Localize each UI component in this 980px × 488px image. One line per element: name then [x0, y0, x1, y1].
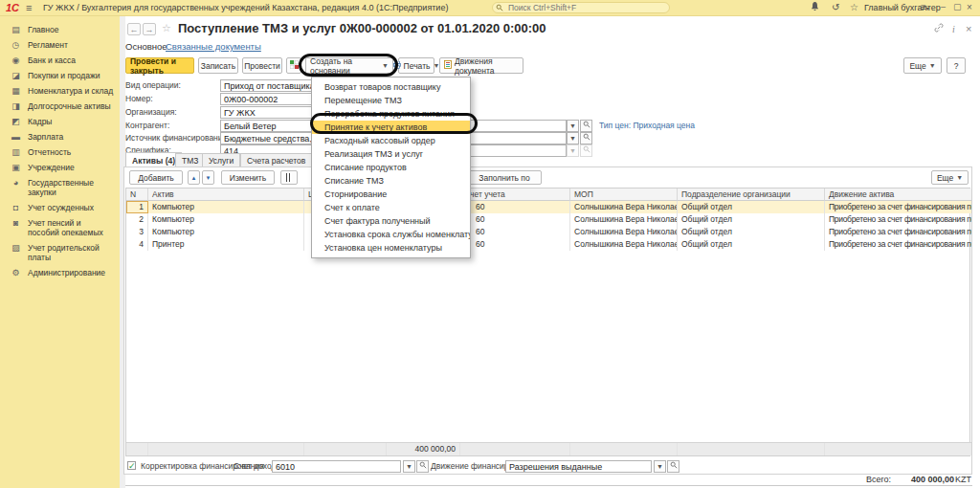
post-and-close-button[interactable]: Провести и закрыть — [125, 57, 194, 74]
main-menu-icon[interactable]: ≡ — [26, 2, 32, 13]
specifics-dropdown-button[interactable]: ▼ — [567, 144, 579, 157]
funding-dropdown-button[interactable]: ▼ — [567, 132, 579, 144]
admin-gear-icon: ⚙ — [11, 268, 21, 277]
sidebar-item-uchet-pensiy[interactable]: ◙Учет пенсий и пособий опекаемых — [0, 215, 120, 240]
menu-item-stornirovanie[interactable]: Сторнирование — [312, 188, 470, 201]
funding-movement-lookup-icon[interactable] — [667, 460, 679, 473]
income-account-dropdown-button[interactable]: ▼ — [403, 460, 415, 473]
sidebar-item-otchetnost[interactable]: ▥Отчетность — [0, 144, 120, 160]
cell-department: Общий отдел — [678, 238, 825, 251]
get-link-icon[interactable] — [934, 23, 944, 34]
window-close-button[interactable]: × — [967, 2, 972, 12]
info-icon[interactable]: i — [952, 24, 955, 34]
menu-item-peremeschenie-tmz[interactable]: Перемещение ТМЗ — [312, 94, 470, 107]
income-account-lookup-icon[interactable] — [416, 460, 429, 473]
help-button[interactable]: ? — [947, 57, 966, 74]
sidebar-item-pokupki[interactable]: ◪Покупки и продажи — [0, 68, 120, 83]
write-button[interactable]: Записать — [198, 57, 238, 74]
menu-item-ustanovka-sroka-sluzhby[interactable]: Установка срока службы номенклатуры — [312, 228, 470, 241]
menu-item-realizaciya-tmz[interactable]: Реализация ТМЗ и услуг — [312, 147, 470, 161]
cart-icon: ◪ — [11, 71, 21, 80]
menu-item-prinyatie-k-uchetu-aktivov[interactable]: Принятие к учету активов — [312, 121, 470, 134]
document-movements-button[interactable]: Движения документа — [439, 57, 523, 74]
print-button[interactable]: Печать▼ — [398, 57, 434, 74]
notifications-bell-icon[interactable] — [811, 2, 819, 13]
sidebar-item-reglament[interactable]: ◷Регламент — [0, 37, 120, 53]
funding-lookup-icon[interactable] — [580, 132, 592, 144]
funding-correction-checkbox[interactable]: ✓ — [127, 461, 136, 470]
sidebar-item-kadry[interactable]: ◩Кадры — [0, 114, 120, 129]
col-header-movement[interactable]: Движение актива — [825, 189, 971, 201]
menu-item-pererabotka-produktov[interactable]: Переработка продуктов питания — [312, 107, 470, 121]
tab-aktivy[interactable]: Активы (4) — [125, 152, 182, 167]
create-based-on-button[interactable]: Создать на основании▼ — [305, 57, 393, 74]
sidebar-item-uchet-osuzhdennyh[interactable]: ◘Учет осужденных — [0, 200, 120, 215]
sidebar-item-glavnoe[interactable]: ▤Главное — [0, 22, 120, 37]
menu-item-schet-k-oplate[interactable]: Счет к оплате — [312, 201, 470, 214]
window-maximize-button[interactable]: ▢ — [953, 2, 962, 11]
row-up-button[interactable]: ▲ — [188, 170, 200, 185]
number-label: Номер: — [125, 94, 153, 103]
sidebar-item-roditelskaya-plata[interactable]: ▨Учет родительской платы — [0, 240, 120, 265]
grid-add-button[interactable]: Добавить — [129, 170, 183, 185]
window-minimize-button[interactable]: – — [941, 2, 946, 11]
window-bottom-divider — [125, 485, 972, 486]
counterparty-dropdown-button[interactable]: ▼ — [567, 120, 579, 132]
grid-fill-button[interactable]: Заполнить по — [467, 170, 542, 185]
sidebar-item-uchrezhdenie[interactable]: ▣Учреждение — [0, 160, 120, 175]
assets-icon: ◨ — [11, 101, 21, 111]
nav-forward-button[interactable]: → — [143, 23, 156, 35]
service-menu-icon[interactable]: ≡▾ — [921, 2, 929, 12]
tab-scheta-raschetov[interactable]: Счета расчетов — [240, 153, 312, 167]
price-type-link[interactable]: Тип цен: Приходная цена — [599, 121, 695, 130]
col-header-n[interactable]: N — [126, 189, 148, 201]
row-down-button[interactable]: ▼ — [202, 170, 214, 185]
col-header-account[interactable]: Счет учета — [460, 189, 570, 201]
nav-back-button[interactable]: ← — [127, 23, 141, 35]
counterparty-lookup-icon[interactable] — [580, 120, 592, 132]
tab-uslugi[interactable]: Услуги — [202, 153, 240, 167]
col-header-department[interactable]: Подразделение организации — [678, 189, 825, 201]
funding-movement-dropdown-button[interactable]: ▼ — [654, 460, 666, 473]
barcode-scan-button[interactable] — [280, 170, 298, 185]
document-movements-label: Движения документа — [455, 56, 519, 76]
global-search-input[interactable] — [492, 2, 670, 13]
favorite-star-icon[interactable]: ☆ — [162, 22, 171, 34]
menu-item-schet-faktura-poluchenny[interactable]: Счет фактура полученный — [312, 214, 470, 228]
document-close-icon[interactable]: × — [966, 23, 971, 34]
menu-item-rashodny-kassovy-order[interactable]: Расходный кассовый ордер — [312, 134, 470, 147]
table-row[interactable]: 4 Принтер 60 Солнышкина Вера Николаевна … — [126, 238, 971, 251]
sidebar-item-goszakupki[interactable]: ◕Государственные закупки — [0, 175, 120, 200]
table-row[interactable]: 3 Компьютер 60 Солнышкина Вера Николаевн… — [126, 226, 971, 238]
table-totals-row: 400 000,00 — [126, 442, 971, 455]
dtkt-posting-icon-button[interactable] — [286, 57, 301, 74]
create-based-on-label: Создать на основании — [310, 56, 379, 76]
table-row[interactable]: 1 Компьютер 60 Солнышкина Вера Николаевн… — [126, 201, 971, 213]
history-icon[interactable]: ↺ — [832, 2, 839, 12]
table-row[interactable]: 2 Компьютер 60 Солнышкина Вера Николаевн… — [126, 213, 971, 226]
specifics-lookup-icon[interactable] — [580, 144, 592, 157]
income-account-field[interactable]: 6010 — [272, 460, 401, 473]
sidebar-item-administrirovanie[interactable]: ⚙Администрирование — [0, 265, 120, 280]
post-button[interactable]: Провести — [242, 57, 282, 74]
col-header-mol[interactable]: МОП — [570, 189, 678, 201]
menu-item-spisanie-tmz[interactable]: Списание ТМЗ — [312, 174, 470, 188]
menu-item-spisanie-produktov[interactable]: Списание продуктов — [312, 161, 470, 174]
link-svyazannye-dokumenty[interactable]: Связанные документы — [166, 41, 261, 52]
sidebar-item-zarplata[interactable]: ▬Зарплата — [0, 129, 120, 144]
funding-movement-field[interactable]: Разрешения выданные — [505, 460, 652, 473]
tab-tmz[interactable]: ТМЗ — [175, 153, 205, 167]
counterparty-label: Контрагент: — [125, 121, 169, 130]
favorites-star-icon[interactable]: ☆ — [850, 2, 858, 12]
sidebar-item-label: Регламент — [28, 40, 68, 50]
tab-osnovnoe[interactable]: Основное — [125, 41, 167, 52]
menu-item-vozvrat-tovarov[interactable]: Возврат товаров поставщику — [312, 80, 470, 94]
grid-more-button[interactable]: Еще▼ — [931, 170, 969, 185]
grid-edit-button[interactable]: Изменить — [221, 170, 275, 185]
sidebar-item-nomenklatura[interactable]: ▦Номенклатура и склад — [0, 83, 120, 99]
sidebar-item-bank-kassa[interactable]: ◉Банк и касса — [0, 53, 120, 68]
toolbar-more-button[interactable]: Еще▼ — [903, 57, 942, 74]
sidebar-item-dolgosrochnye-aktivy[interactable]: ◨Долгосрочные активы — [0, 99, 120, 114]
col-header-asset[interactable]: Актив — [148, 189, 304, 201]
menu-item-ustanovka-cen[interactable]: Установка цен номенклатуры — [312, 241, 470, 255]
